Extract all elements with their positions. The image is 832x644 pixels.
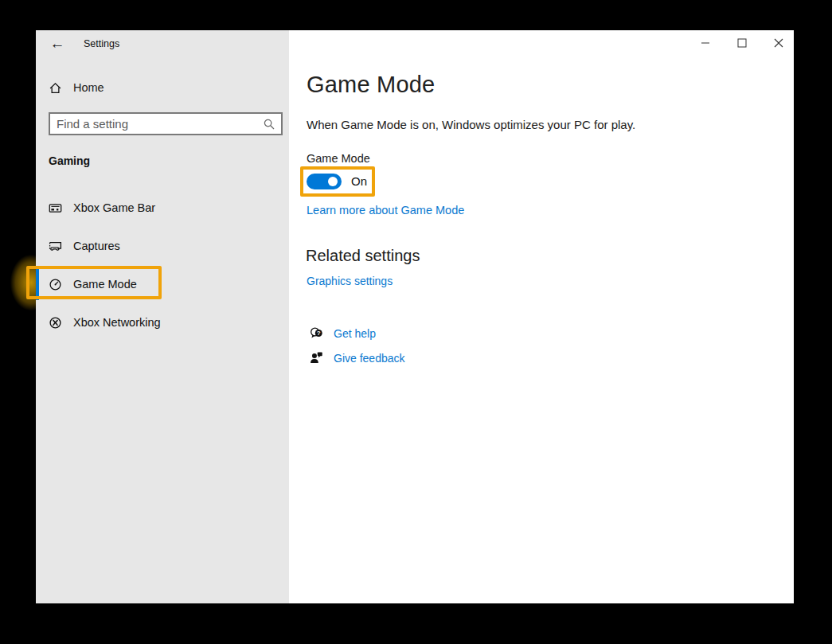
get-help-icon: ? — [310, 326, 323, 340]
xbox-networking-icon — [49, 316, 62, 330]
xbox-game-bar-icon — [49, 201, 62, 215]
sidebar-item-label: Home — [73, 81, 104, 94]
sidebar-item-label: Xbox Networking — [73, 316, 161, 329]
minimize-button[interactable] — [697, 33, 713, 53]
window-controls — [697, 33, 787, 53]
search-input[interactable] — [50, 114, 281, 134]
game-mode-icon — [49, 278, 62, 291]
home-icon — [49, 81, 62, 95]
screenshot-background: ← Settings Home — [0, 0, 832, 644]
sidebar-item-label: Xbox Game Bar — [73, 201, 155, 214]
give-feedback-icon — [310, 351, 323, 365]
settings-window: ← Settings Home — [36, 30, 794, 603]
captures-icon — [49, 240, 62, 253]
main-content: Game Mode When Game Mode is on, Windows … — [289, 30, 794, 603]
sidebar-item-captures[interactable]: Captures — [36, 230, 289, 262]
sidebar-item-home[interactable]: Home — [36, 76, 289, 99]
maximize-button[interactable] — [734, 33, 750, 53]
get-help-row[interactable]: ? Get help — [310, 326, 376, 340]
back-button[interactable]: ← — [47, 33, 68, 54]
give-feedback-link[interactable]: Give feedback — [334, 352, 405, 365]
sidebar-item-label: Captures — [73, 240, 120, 252]
sidebar-item-game-mode[interactable]: Game Mode — [36, 268, 289, 300]
related-settings-title: Related settings — [306, 247, 420, 265]
page-description: When Game Mode is on, Windows optimizes … — [307, 118, 635, 131]
learn-more-link[interactable]: Learn more about Game Mode — [307, 204, 464, 217]
get-help-link[interactable]: Get help — [334, 327, 376, 340]
toggle-knob — [328, 177, 338, 186]
game-mode-toggle[interactable] — [307, 174, 342, 189]
svg-text:?: ? — [317, 330, 321, 337]
search-box[interactable] — [49, 112, 283, 135]
toggle-state-label: On — [351, 174, 367, 188]
sidebar-item-xbox-networking[interactable]: Xbox Networking — [36, 306, 289, 338]
search-icon[interactable] — [263, 118, 275, 131]
page-title: Game Mode — [307, 72, 435, 98]
give-feedback-row[interactable]: Give feedback — [310, 351, 405, 365]
toggle-label: Game Mode — [307, 152, 370, 165]
app-title: Settings — [84, 38, 119, 49]
close-button[interactable] — [771, 33, 787, 53]
sidebar-section-title: Gaming — [49, 154, 90, 167]
selection-indicator — [36, 268, 39, 300]
sidebar: ← Settings Home — [36, 30, 289, 603]
sidebar-item-xbox-game-bar[interactable]: Xbox Game Bar — [36, 192, 289, 224]
graphics-settings-link[interactable]: Graphics settings — [307, 275, 393, 287]
sidebar-item-label: Game Mode — [73, 278, 137, 291]
